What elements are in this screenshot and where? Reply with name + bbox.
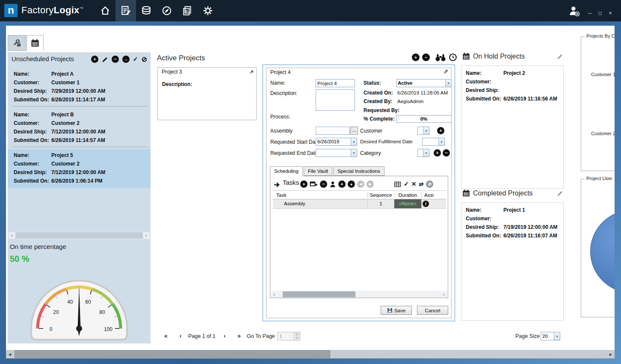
column-header-assigned[interactable]: Assi bbox=[422, 192, 446, 198]
spin-down-icon[interactable]: ▼ bbox=[296, 337, 298, 339]
grid-columns-icon[interactable] bbox=[394, 181, 401, 188]
tab-schedule[interactable] bbox=[27, 35, 44, 51]
info-icon[interactable]: i bbox=[423, 201, 429, 207]
scroll-right-icon[interactable]: › bbox=[143, 233, 150, 238]
assembly-browse-button[interactable]: … bbox=[350, 127, 358, 135]
tab-tools[interactable] bbox=[8, 35, 26, 51]
scroll-left-icon[interactable]: ‹ bbox=[9, 233, 15, 238]
chevron-down-icon[interactable]: ▼ bbox=[351, 149, 357, 157]
assembly-input[interactable] bbox=[316, 127, 350, 135]
binoculars-icon[interactable] bbox=[435, 53, 446, 62]
remove-category-icon[interactable]: − bbox=[443, 149, 450, 157]
column-header-duration[interactable]: Duration bbox=[394, 192, 422, 198]
scroll-left-icon[interactable]: ◄ bbox=[6, 352, 14, 357]
goto-page-input[interactable]: ▲▼ bbox=[277, 332, 300, 340]
goto-page-value[interactable] bbox=[278, 332, 294, 340]
column-header-task[interactable]: Task bbox=[273, 192, 368, 198]
tasks-horizontal-scrollbar[interactable]: ‹ › bbox=[271, 291, 447, 298]
chevron-down-icon[interactable]: ▼ bbox=[423, 149, 429, 157]
previous-page-button[interactable]: ‹ bbox=[176, 332, 185, 340]
nav-home-button[interactable] bbox=[95, 0, 115, 21]
nav-settings-button[interactable] bbox=[198, 0, 218, 21]
unscheduled-project-row-selected[interactable]: Name:Project 5 Customer:Customer 2 Desir… bbox=[8, 149, 151, 188]
nav-documents-button[interactable] bbox=[177, 0, 198, 21]
window-close-button[interactable]: × bbox=[606, 9, 615, 17]
category-select[interactable]: ▼ bbox=[417, 149, 429, 157]
scroll-left-icon[interactable]: ‹ bbox=[271, 292, 278, 297]
chevron-down-icon[interactable]: ▼ bbox=[423, 127, 429, 134]
save-button[interactable]: Save bbox=[381, 306, 412, 315]
window-minimize-button[interactable]: ─ bbox=[585, 9, 594, 17]
column-header-sequence[interactable]: Sequence bbox=[368, 192, 394, 198]
scrollbar-track[interactable] bbox=[278, 291, 441, 298]
block-project-icon[interactable]: ⊘ bbox=[142, 56, 147, 63]
add-child-task-icon[interactable]: + bbox=[338, 181, 346, 188]
desired-fulfillment-select[interactable]: ▼ bbox=[422, 138, 445, 146]
add-active-project-icon[interactable]: + bbox=[412, 53, 420, 61]
chevron-down-icon[interactable]: ▼ bbox=[351, 138, 357, 145]
accept-tasks-icon[interactable]: ✓ bbox=[404, 181, 409, 188]
scrollbar-thumb[interactable] bbox=[15, 350, 330, 358]
scroll-right-icon[interactable]: › bbox=[441, 292, 447, 297]
chevron-down-icon[interactable]: ▼ bbox=[438, 138, 444, 145]
spinner-buttons[interactable]: ▲▼ bbox=[294, 332, 300, 340]
remove-task-icon[interactable]: − bbox=[320, 181, 327, 188]
edit-completed-icon[interactable] bbox=[557, 190, 563, 196]
name-input[interactable] bbox=[316, 79, 355, 87]
cancel-tasks-icon[interactable]: ✕ bbox=[411, 181, 417, 188]
move-task-right-icon[interactable]: ▶ bbox=[367, 181, 374, 188]
edit-project-icon[interactable] bbox=[102, 56, 108, 62]
completed-project-row[interactable]: Name:Project 1 Customer: Desired Ship:7/… bbox=[461, 203, 563, 240]
move-task-left-icon[interactable]: ◀ bbox=[357, 181, 364, 188]
add-task-icon[interactable]: + bbox=[300, 181, 308, 188]
chevron-down-icon[interactable]: ▼ bbox=[554, 332, 560, 340]
expand-card-icon[interactable] bbox=[248, 69, 254, 75]
activate-project-icon[interactable]: → bbox=[122, 56, 130, 63]
nav-tracking-button[interactable] bbox=[157, 0, 177, 21]
scrollbar-track[interactable] bbox=[14, 350, 607, 358]
window-maximize-button[interactable]: □ bbox=[595, 9, 605, 17]
description-textarea[interactable] bbox=[316, 89, 355, 111]
customer-select[interactable]: ▼ bbox=[417, 127, 429, 135]
page-size-select[interactable]: 20 ▼ bbox=[541, 332, 560, 340]
user-logoff-button[interactable] bbox=[568, 5, 580, 17]
add-category-icon[interactable]: + bbox=[434, 149, 441, 157]
accept-project-icon[interactable]: ✓ bbox=[133, 56, 138, 63]
insert-task-icon[interactable] bbox=[310, 181, 318, 188]
assign-user-icon[interactable] bbox=[329, 181, 336, 188]
unscheduled-horizontal-scrollbar[interactable]: ‹ › bbox=[9, 232, 150, 239]
last-page-button[interactable]: » bbox=[235, 332, 243, 340]
requested-end-select[interactable]: ▼ bbox=[316, 149, 357, 157]
nav-planning-button[interactable] bbox=[115, 0, 136, 21]
move-task-up-icon[interactable]: ▲ bbox=[348, 181, 355, 188]
spin-up-icon[interactable]: ▲ bbox=[296, 333, 298, 335]
scrollbar-track[interactable] bbox=[15, 232, 143, 239]
remove-active-project-icon[interactable]: − bbox=[422, 53, 430, 61]
cancel-button[interactable]: Cancel bbox=[417, 306, 448, 315]
next-page-button[interactable]: › bbox=[220, 332, 229, 340]
chevron-down-icon[interactable]: ▼ bbox=[445, 80, 451, 87]
tab-scheduling[interactable]: Scheduling bbox=[270, 166, 303, 176]
first-page-button[interactable]: « bbox=[162, 332, 170, 340]
tab-file-vault[interactable]: File Vault bbox=[304, 166, 332, 176]
bottom-horizontal-scrollbar[interactable]: ◄ ► bbox=[6, 350, 615, 358]
unscheduled-project-row[interactable]: Name:Project B Customer:Customer 2 Desir… bbox=[8, 109, 151, 145]
add-project-icon[interactable]: + bbox=[91, 56, 98, 63]
remove-project-icon[interactable]: − bbox=[112, 56, 119, 63]
requested-start-select[interactable]: 6/26/2019 ▼ bbox=[316, 138, 357, 146]
scroll-right-icon[interactable]: ► bbox=[607, 352, 615, 357]
status-select[interactable]: Active ▼ bbox=[396, 79, 452, 87]
unscheduled-project-row[interactable]: Name:Project A Customer:Customer 1 Desir… bbox=[8, 68, 151, 104]
scrollbar-thumb[interactable] bbox=[15, 232, 143, 239]
clock-icon[interactable] bbox=[449, 53, 457, 62]
scrollbar-thumb[interactable] bbox=[283, 291, 355, 297]
add-customer-icon[interactable]: + bbox=[437, 127, 444, 134]
project3-card[interactable]: Project 3 Description: bbox=[157, 67, 257, 120]
reorder-tasks-icon[interactable]: ⇄ bbox=[419, 181, 423, 188]
nav-materials-button[interactable] bbox=[136, 0, 157, 21]
edit-onhold-icon[interactable] bbox=[557, 53, 563, 59]
pin-card-icon[interactable] bbox=[442, 69, 449, 75]
onhold-project-row[interactable]: Name:Project 2 Customer: Desired Ship: S… bbox=[461, 66, 563, 103]
tab-special-instructions[interactable]: Special Instructions bbox=[333, 166, 384, 176]
task-row[interactable]: Assembly 1 <None> i bbox=[273, 199, 446, 209]
